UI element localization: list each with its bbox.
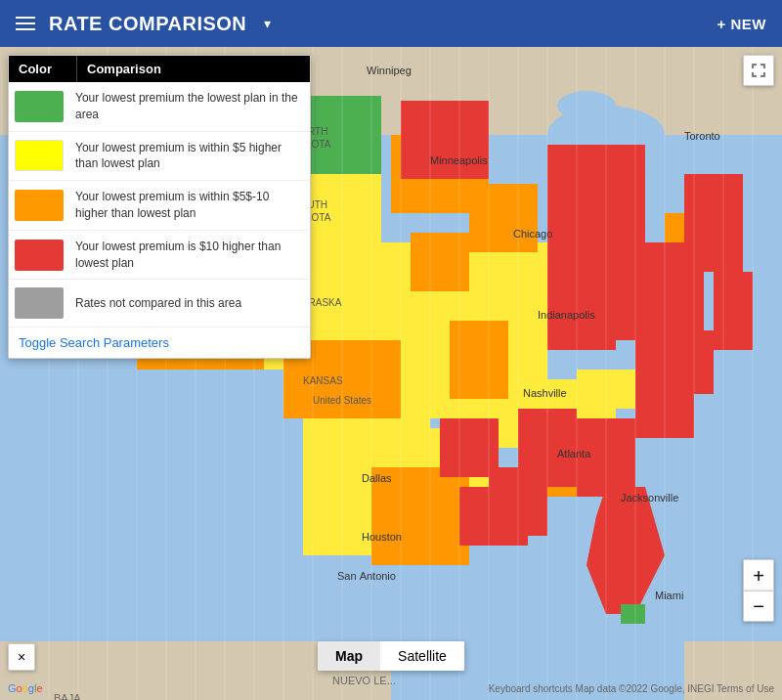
close-button[interactable]: × — [8, 643, 35, 671]
google-logo: Google — [8, 682, 43, 694]
legend-swatch-yellow — [15, 140, 64, 171]
legend-header: Color Comparison — [9, 56, 310, 82]
map-container: + − × Google Keyboard shortcuts Map data… — [0, 47, 782, 700]
toggle-search-parameters-link[interactable]: Toggle Search Parameters — [9, 328, 310, 358]
zoom-out-button[interactable]: − — [743, 591, 774, 622]
zoom-in-button[interactable]: + — [743, 559, 774, 591]
header: RATE COMPARISON ▾ + NEW — [0, 0, 782, 47]
page-title: RATE COMPARISON — [49, 13, 246, 35]
legend-text-green: Your lowest premium the lowest plan in t… — [75, 90, 304, 123]
map-type-map-button[interactable]: Map — [318, 641, 380, 671]
legend-swatch-red — [15, 240, 64, 271]
legend-text-red: Your lowest premium is $10 higher than l… — [75, 239, 304, 272]
legend-row-red: Your lowest premium is $10 higher than l… — [9, 231, 310, 281]
map-type-satellite-button[interactable]: Satellite — [380, 641, 464, 671]
legend-swatch-gray — [15, 287, 64, 319]
legend-swatch-green — [15, 91, 64, 122]
new-button[interactable]: + NEW — [717, 16, 766, 32]
legend-panel: Color Comparison Your lowest premium the… — [8, 55, 311, 359]
legend-comparison-header: Comparison — [77, 56, 310, 82]
legend-text-orange: Your lowest premium is within $5$-10 hig… — [75, 189, 304, 222]
zoom-controls: + − — [743, 559, 774, 622]
map-type-bar: Map Satellite — [318, 641, 464, 671]
legend-row-green: Your lowest premium the lowest plan in t… — [9, 82, 310, 132]
legend-text-gray: Rates not compared in this area — [75, 295, 241, 312]
legend-row-orange: Your lowest premium is within $5$-10 hig… — [9, 181, 310, 231]
legend-swatch-orange — [15, 190, 64, 221]
header-left: RATE COMPARISON ▾ — [16, 13, 271, 35]
legend-row-yellow: Your lowest premium is within $5 higher … — [9, 132, 310, 182]
legend-color-header: Color — [9, 56, 77, 82]
fullscreen-button[interactable] — [743, 55, 774, 86]
map-attribution: Keyboard shortcuts Map data ©2022 Google… — [489, 683, 774, 694]
legend-row-gray: Rates not compared in this area — [9, 280, 310, 328]
dropdown-icon[interactable]: ▾ — [264, 16, 271, 31]
legend-text-yellow: Your lowest premium is within $5 higher … — [75, 140, 304, 173]
hamburger-icon[interactable] — [16, 17, 35, 30]
